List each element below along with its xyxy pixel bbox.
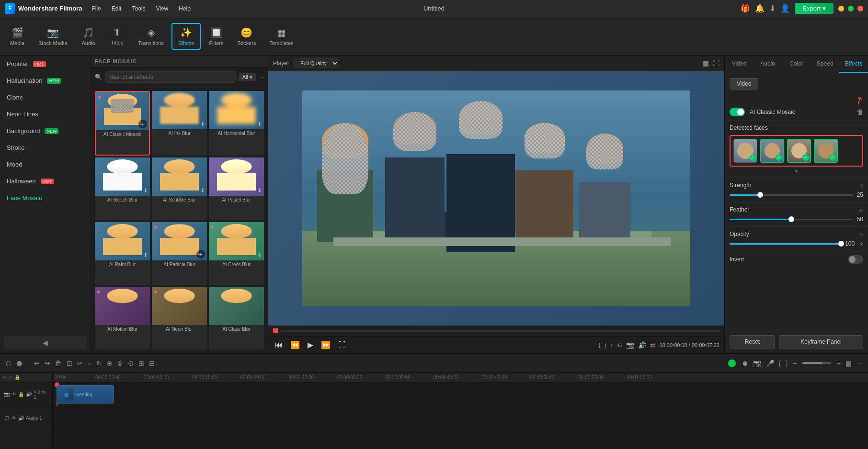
timeline-tool-ripple[interactable]: ⬢ [15,359,23,368]
track-audio-eye-icon[interactable]: 👁 [11,415,16,421]
tool-audio[interactable]: 🎵 Audio [75,24,102,49]
effect-item-ai-scribble-blur[interactable]: ⬇ AI Scribble Blur [152,157,207,220]
timeline-crop[interactable]: ⊡ [66,359,73,368]
sidebar-item-neon-lines[interactable]: Neon Lines [0,106,91,123]
delete-effect-button[interactable]: 🗑 [857,108,863,116]
face-thumb-2[interactable]: ✓ [760,139,784,163]
track-audio-mute-icon[interactable]: 🔊 [18,415,24,421]
timeline-camera[interactable]: 📷 [752,359,762,368]
feather-diamond-icon[interactable]: ◇ [859,207,863,213]
sidebar-item-mood[interactable]: Mood [0,156,91,173]
effect-item-ai-sketch-blur[interactable]: ⬇ AI Sketch Blur [95,157,150,220]
face-thumb-1[interactable]: ✓ [733,139,757,163]
mark-in-icon[interactable]: { [599,342,601,348]
timeline-zoom-slider[interactable] [802,362,831,364]
timeline-more-2[interactable]: ↻ [95,359,103,368]
timeline-zoom-in[interactable]: + [836,359,842,368]
sidebar-item-clone[interactable]: Clone [0,89,91,106]
opacity-slider[interactable] [730,243,841,245]
effect-item-ai-particle-blur[interactable]: ♥ + AI Particle Blur [152,222,207,285]
grid-view-icon[interactable]: ▦ [703,59,709,67]
tab-speed[interactable]: Speed [811,56,839,73]
menu-view[interactable]: View [154,4,170,13]
menu-tools[interactable]: Tools [130,4,147,13]
strength-thumb[interactable] [757,192,763,198]
sidebar-item-face-mosaic[interactable]: Face Mosaic [0,190,91,206]
download-icon[interactable]: ⬇ [769,4,776,13]
timeline-more-1[interactable]: ⬦ [87,359,92,368]
effect-item-more-1[interactable]: ♥ AI Motion Blur [95,287,150,349]
sidebar-item-background[interactable]: Background NEW [0,123,91,139]
menu-help[interactable]: Help [177,4,193,13]
fullscreen-icon[interactable]: ⛶ [713,59,720,67]
keyframe-panel-button[interactable]: Keyframe Panel [779,335,863,348]
snapshot-icon[interactable]: 📷 [626,341,634,349]
download-icon[interactable]: ⬇ [257,121,262,127]
sidebar-item-popular[interactable]: Popular HOT [0,56,91,72]
timeline-undo[interactable]: ↩ [33,359,41,368]
opacity-diamond-icon[interactable]: ◇ [859,232,863,237]
play-button[interactable]: ▶ [306,339,315,350]
tool-stock-media[interactable]: 📷 Stock Media [33,24,73,49]
reset-button[interactable]: Reset [730,335,775,348]
invert-toggle[interactable] [848,255,863,264]
track-lock-icon[interactable]: 🔒 [18,392,24,397]
timeline-record[interactable]: ⏺ [741,359,749,368]
picture-in-picture-icon[interactable]: ⧉ [617,341,622,349]
download-icon[interactable]: ⬇ [200,187,205,194]
user-icon[interactable]: 👤 [780,4,790,13]
download-icon[interactable]: ⬇ [257,187,262,194]
timeline-mark-in[interactable]: { [778,359,782,368]
video-subtab-button[interactable]: Video [730,78,758,90]
clip-to-timeline-icon[interactable]: ↑ [610,341,614,349]
minimize-button[interactable] [838,6,844,11]
sidebar-item-hallucination[interactable]: Hallucination NEW [0,72,91,89]
progress-bar[interactable] [281,330,720,332]
timeline-split[interactable]: ✂ [76,359,84,368]
tab-audio[interactable]: Audio [754,56,782,73]
feather-slider[interactable] [730,219,853,220]
playhead-dot[interactable] [273,328,278,333]
add-icon[interactable]: + [196,250,205,258]
tool-transitions[interactable]: ◈ Transitions [133,24,170,49]
download-icon[interactable]: ⬇ [257,252,262,258]
video-clip[interactable]: 👥 meeting [57,385,114,404]
add-icon[interactable]: + [138,120,147,128]
timeline-more-6[interactable]: ⊞ [137,359,145,368]
close-button[interactable] [857,6,863,11]
strength-slider[interactable] [730,194,853,196]
download-icon[interactable]: ⬇ [200,121,205,127]
menu-file[interactable]: File [90,4,103,13]
tool-effects[interactable]: ✨ Effects [171,23,201,50]
effect-item-ai-pastel-blur[interactable]: ⬇ AI Pastel Blur [209,157,264,220]
timeline-layout[interactable]: ▦ [845,359,853,368]
effect-item-ai-paint-blur[interactable]: ⬇ AI Paint Blur [95,222,150,285]
filter-all[interactable]: All ▾ [239,73,256,81]
maximize-button[interactable] [848,6,854,11]
effect-item-ai-ink-blur[interactable]: ⬇ AI Ink Blur [152,91,207,156]
tool-templates[interactable]: ▦ Templates [263,24,299,49]
face-thumb-3[interactable]: ✓ [787,139,811,163]
notification-icon[interactable]: 🔔 [755,4,765,13]
tool-media[interactable]: 🎬 Media [4,24,31,49]
rewind-button[interactable]: ⏮ [273,340,285,350]
download-icon[interactable]: ⬇ [143,252,148,258]
menu-edit[interactable]: Edit [110,4,124,13]
quality-select[interactable]: Full Quality 1/2 Quality 1/4 Quality [294,58,339,68]
tab-effects[interactable]: Effects [839,56,868,73]
effect-item-more-3[interactable]: AI Glass Blur [209,287,264,349]
sidebar-item-halloween[interactable]: Halloween HOT [0,173,91,190]
search-input[interactable] [105,71,236,83]
timeline-more-3[interactable]: ⊕ [106,359,114,368]
more-options-icon[interactable]: ··· [259,74,264,80]
sidebar-item-stroke[interactable]: Stroke [0,139,91,156]
tab-color[interactable]: Color [782,56,811,73]
timeline-more-7[interactable]: ⊟ [148,359,156,368]
tool-titles[interactable]: T Titles [104,24,131,48]
gift-icon[interactable]: 🎁 [741,4,750,13]
tab-video[interactable]: Video [725,56,754,73]
timeline-delete[interactable]: 🗑 [54,359,63,368]
face-thumb-4[interactable]: ✓ [814,139,838,163]
timeline-zoom-out[interactable]: − [792,359,798,368]
feather-thumb[interactable] [788,216,794,222]
